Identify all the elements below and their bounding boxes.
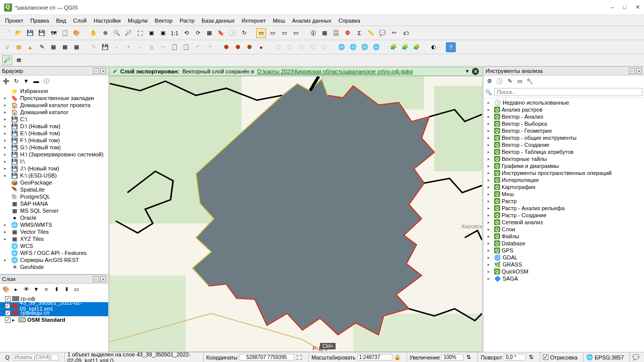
browser-item[interactable]: ▸💾I:\ [0,158,108,165]
menu-анализ данных[interactable]: Анализ данных [289,17,334,25]
select-value-icon[interactable]: ▭ [268,28,278,38]
browser-item[interactable]: ▸🔖Пространственные закладки [0,95,108,102]
props-icon[interactable]: ⓘ [42,77,50,85]
plugin-4-icon[interactable]: ● [256,42,266,52]
processing-item[interactable]: ▸QМеш [484,191,644,198]
log-icon[interactable]: 💬 [632,354,639,361]
message-link[interactable]: D:\карты 2023\Кировская область\шкаланск… [257,68,413,74]
browser-item[interactable]: ▸💾F:\ (Новый том) [0,137,108,144]
processing-item[interactable]: ▸QКартография [484,184,644,191]
layer-style-icon[interactable]: 🎨 [2,285,10,293]
plugin-d-icon[interactable]: ◐ [429,42,439,52]
processing-item[interactable]: ▸QGPS [484,247,644,254]
shape-2-icon[interactable]: ⬡ [285,42,295,52]
processing-item[interactable]: ▸QВектор - Анализ [484,113,644,120]
scale-input[interactable] [357,354,392,360]
edit-toggle-icon[interactable]: ✎ [89,42,99,52]
rot-spinner-icon[interactable]: ⇅ [527,354,534,361]
processing-item[interactable]: ▸QВекторные тайлы [484,155,644,162]
deselect-icon[interactable]: ▭ [279,28,289,38]
processing-item[interactable]: ▸🕓Недавно использованные [484,99,644,106]
proc-edit-icon[interactable]: ✎ [506,77,514,85]
filter-browser-icon[interactable]: ▼ [22,77,30,85]
browser-item[interactable]: ▦SAP HANA [0,200,108,207]
browser-item[interactable]: ▸💾C:\ [0,116,108,123]
browser-item[interactable]: ⭐Избранное [0,87,108,95]
menu-вид[interactable]: Вид [53,17,69,25]
zoom-selection-icon[interactable]: ▣ [146,28,156,38]
processing-item[interactable]: ▸QРастр [484,198,644,205]
shape-1-icon[interactable]: ⬡ [273,42,283,52]
layer-collapse-icon[interactable]: ⬍ [62,285,70,293]
browser-item[interactable]: ▸🌐WMS/WMTS [0,221,108,228]
processing-tree[interactable]: ▸🕓Недавно использованные▸QАнализ растров… [484,98,644,352]
browser-item[interactable]: ▸💾K:\ (ESD-USB) [0,172,108,179]
shape-5-icon[interactable]: ⬡ [319,42,330,52]
zoom-last-icon[interactable]: ⟲ [181,28,191,38]
browser-item[interactable]: ▦MS SQL Server [0,207,108,214]
browser-item[interactable]: ✳GeoNode [0,263,108,270]
processing-item[interactable]: ▸🌀GDAL [484,254,644,261]
processing-item[interactable]: ▸QВектор - Геометрия [484,127,644,134]
processing-item[interactable]: ▸QDatabase [484,240,644,247]
render-checkbox[interactable]: ✓ [543,354,548,360]
proc-results-icon[interactable]: ▭ [516,77,524,85]
processing-item[interactable]: ▸QИнструменты пространственных операций [484,169,644,176]
save-edits-icon[interactable]: 💾 [100,42,110,52]
identify-icon[interactable]: 🛈 [308,28,318,38]
vertex-tool-icon[interactable]: ✦ [123,42,133,52]
web-1-icon[interactable]: 🌐 [337,42,347,52]
pan-icon[interactable]: ✋ [89,28,99,38]
processing-search-input[interactable] [494,88,642,96]
style-manager-icon[interactable]: 🎨 [71,28,82,38]
processing-item[interactable]: ▸QАнализ растров [484,106,644,113]
undock-layers-icon[interactable]: ▫ [93,276,99,282]
browser-item[interactable]: 🌐WCS [0,242,108,249]
add-csv-icon[interactable]: ▦ [48,42,58,52]
attributes-table-icon[interactable]: ▦ [319,28,330,38]
quick-osm-icon[interactable]: 🔎 [2,55,12,65]
add-virtual-icon[interactable]: ▦ [71,42,82,52]
layer-add-group-icon[interactable]: ▸ [12,285,20,293]
browser-item[interactable]: ▸▦XYZ Tiles [0,235,108,242]
plugin-1-icon[interactable]: ⬢ [221,42,231,52]
close-layers-icon[interactable]: × [100,276,106,282]
annotation-icon[interactable]: ✏ [389,28,399,38]
menu-проект[interactable]: Проект [2,17,26,25]
cut-icon[interactable]: ✂ [158,42,168,52]
browser-tree[interactable]: ⭐Избранное▸🔖Пространственные закладки▸🏠Д… [0,86,108,274]
select-features-icon[interactable]: ▭ [256,28,266,38]
browser-item[interactable]: 🐘PostgreSQL [0,193,108,200]
minimize-button[interactable]: – [611,4,614,11]
add-vector-icon[interactable]: V [2,42,12,52]
save-icon[interactable]: 💾 [25,28,35,38]
layer-row[interactable]: ✓43_39_350501_2022-02-09_kpt11.xml [0,302,108,309]
processing-item[interactable]: ▸QСетевой анализ [484,219,644,226]
menu-растр[interactable]: Растр [177,17,198,25]
redo-icon[interactable]: ↷ [204,42,214,52]
processing-item[interactable]: ▸QQuickOSM [484,268,644,275]
locator-input[interactable] [13,354,59,360]
browser-item[interactable]: 🪶SpatiaLite [0,186,108,193]
add-layer-icon[interactable]: ➕ [2,77,10,85]
map-canvas[interactable]: Кировск Р-176 Ctrl+ [109,76,482,352]
crs-icon[interactable]: 🌐 [586,354,593,361]
processing-item[interactable]: ▸QРастр - Создание [484,212,644,219]
browser-item[interactable]: ▸💾J:\ (Новый том) [0,165,108,172]
save-as-icon[interactable]: 💾 [37,28,47,38]
browser-item[interactable]: ▸💾H:\ (Зарезервировано системой) [0,151,108,158]
layer-expand-icon[interactable]: ⬍ [52,285,60,293]
copy-icon[interactable]: 📋 [170,42,180,52]
close-panel-icon[interactable]: × [100,68,106,74]
processing-item[interactable]: ▸QИнтерполяция [484,176,644,184]
add-raster-icon[interactable]: ▦ [14,42,24,52]
menu-слой[interactable]: Слой [70,17,90,25]
proc-options-icon[interactable]: 🔧 [526,77,534,85]
scale-lock-icon[interactable]: 🔒 [394,354,401,361]
zoom-out-icon[interactable]: 🔎 [123,28,133,38]
close-button[interactable]: ✕ [635,4,640,11]
osm-download-icon[interactable]: 🛠 [14,55,24,65]
web-3-icon[interactable]: 🌐 [360,42,370,52]
undo-icon[interactable]: ↶ [193,42,203,52]
add-delimited-icon[interactable]: ✎ [37,42,47,52]
